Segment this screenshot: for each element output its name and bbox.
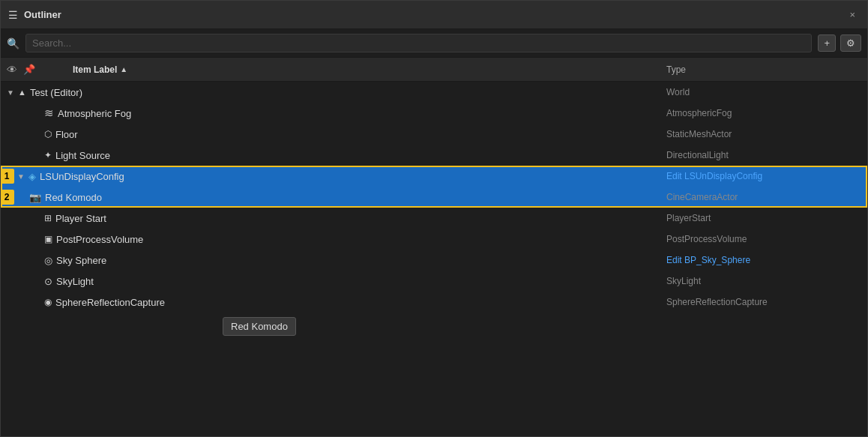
item-label: Light Source bbox=[55, 150, 666, 161]
sphere-icon bbox=[44, 297, 52, 307]
item-label: PostProcessVolume bbox=[56, 234, 666, 245]
list-item[interactable]: SkyLight SkyLight bbox=[1, 271, 867, 292]
badge-1: 1 bbox=[1, 169, 14, 184]
item-type: PostProcessVolume bbox=[666, 234, 861, 244]
item-type: AtmosphericFog bbox=[666, 108, 861, 118]
fog-icon bbox=[44, 106, 54, 120]
settings-button[interactable]: ⚙ bbox=[840, 34, 861, 52]
add-button[interactable]: + bbox=[818, 34, 836, 52]
list-item[interactable]: Floor StaticMeshActor bbox=[1, 124, 867, 145]
world-icon bbox=[18, 88, 26, 97]
list-item[interactable]: Atmospheric Fog AtmosphericFog bbox=[1, 103, 867, 124]
config-icon: ◈ bbox=[28, 171, 36, 182]
item-label: Sky Sphere bbox=[56, 255, 666, 266]
search-input[interactable] bbox=[25, 34, 812, 52]
list-item[interactable]: Sky Sphere Edit BP_Sky_Sphere bbox=[1, 250, 867, 271]
sort-arrow: ▲ bbox=[120, 65, 127, 73]
list-item[interactable]: PostProcessVolume PostProcessVolume bbox=[1, 229, 867, 250]
item-type-link[interactable]: Edit LSUnDisplayConfig bbox=[666, 171, 861, 181]
item-label: SkyLight bbox=[56, 276, 666, 287]
item-label: Atmospheric Fog bbox=[58, 108, 666, 119]
item-label: SphereReflectionCapture bbox=[55, 297, 666, 308]
items-list[interactable]: ▼ Test (Editor) World Atmospheric Fog At… bbox=[1, 82, 867, 436]
search-icon: 🔍 bbox=[7, 37, 19, 49]
item-label: Test (Editor) bbox=[30, 87, 666, 98]
pin-icon[interactable]: 📌 bbox=[23, 64, 35, 75]
mesh-icon bbox=[44, 129, 52, 139]
item-type: SphereReflectionCapture bbox=[666, 297, 861, 307]
item-label: Player Start bbox=[55, 213, 666, 224]
list-item[interactable]: 2 📷 Red Komodo CineCameraActor bbox=[1, 187, 867, 208]
column-header: 👁 📌 Item Label ▲ Type bbox=[1, 58, 867, 82]
list-item[interactable]: 1 ▼ ◈ LSUnDisplayConfig Edit LSUnDisplay… bbox=[1, 166, 867, 187]
item-type: DirectionalLight bbox=[666, 150, 861, 160]
item-type: World bbox=[666, 87, 861, 97]
list-item[interactable]: Light Source DirectionalLight bbox=[1, 145, 867, 166]
expand-arrow[interactable]: ▼ bbox=[7, 88, 16, 97]
item-type-link[interactable]: Edit BP_Sky_Sphere bbox=[666, 255, 861, 265]
search-actions: + ⚙ bbox=[818, 34, 861, 52]
item-label: Floor bbox=[55, 129, 666, 140]
list-item[interactable]: Player Start PlayerStart bbox=[1, 208, 867, 229]
list-item[interactable]: SphereReflectionCapture SphereReflection… bbox=[1, 292, 867, 313]
outliner-panel: ☰ Outliner × 🔍 + ⚙ 👁 📌 Item Label ▲ Type… bbox=[0, 0, 868, 437]
badge-2: 2 bbox=[1, 190, 14, 205]
tooltip: Red Komodo bbox=[223, 317, 296, 336]
item-type: PlayerStart bbox=[666, 213, 861, 223]
label-column-header[interactable]: Item Label ▲ bbox=[73, 64, 660, 75]
item-label: Red Komodo bbox=[45, 192, 666, 203]
close-button[interactable]: × bbox=[845, 7, 860, 22]
visibility-icon[interactable]: 👁 bbox=[7, 64, 17, 76]
header-icons: 👁 📌 bbox=[7, 64, 67, 76]
search-bar: 🔍 + ⚙ bbox=[1, 29, 867, 58]
expand-arrow[interactable]: ▼ bbox=[17, 172, 26, 181]
camera-icon: 📷 bbox=[29, 192, 41, 203]
player-icon bbox=[44, 213, 52, 223]
type-column-header: Type bbox=[666, 64, 861, 75]
item-label: LSUnDisplayConfig bbox=[40, 171, 666, 182]
item-type: StaticMeshActor bbox=[666, 129, 861, 139]
panel-title: Outliner bbox=[24, 9, 839, 20]
item-type: SkyLight bbox=[666, 276, 861, 286]
post-icon bbox=[44, 234, 52, 244]
list-item[interactable]: ▼ Test (Editor) World bbox=[1, 82, 867, 103]
title-bar: ☰ Outliner × bbox=[1, 1, 867, 29]
sky-icon bbox=[44, 255, 52, 266]
skylight-icon bbox=[44, 276, 52, 287]
outliner-icon: ☰ bbox=[8, 9, 18, 21]
light-icon bbox=[44, 150, 52, 160]
item-type: CineCameraActor bbox=[666, 192, 861, 202]
